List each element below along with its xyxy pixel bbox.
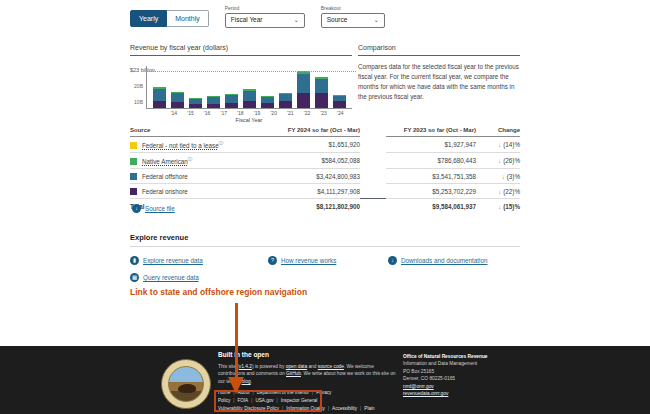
down-arrow-icon: ↓: [498, 141, 501, 148]
bar-segment: [171, 93, 184, 102]
office-address1: PO Box 25165: [403, 368, 533, 375]
change-value: (22)%: [503, 188, 520, 195]
chart-xlabels: '14'15'16'17'18'19'20'21'22'23'24: [162, 109, 352, 116]
github-link[interactable]: GitHub: [286, 371, 301, 376]
how-revenue-works-link[interactable]: How revenue works: [281, 257, 336, 264]
bar-segment: [315, 79, 328, 93]
bar-segment: [315, 93, 328, 108]
chart-icon: ▮: [130, 256, 139, 265]
open-data-link[interactable]: open data: [286, 364, 307, 369]
fy2023-value: $1,927,947: [386, 137, 476, 153]
info-icon[interactable]: ⓘ: [188, 157, 193, 162]
max-gridline: [147, 71, 356, 72]
fy2024-value: $4,111,297,908: [268, 184, 360, 199]
chevron-down-icon: ⌄: [294, 17, 299, 23]
col-source: Source: [130, 124, 268, 137]
monthly-toggle-button[interactable]: Monthly: [167, 10, 209, 27]
x-tick-label: '18: [235, 110, 247, 116]
office-dept: Information and Data Management: [403, 360, 533, 367]
bar-fy19[interactable]: [243, 89, 256, 108]
bar-segment: [153, 101, 166, 108]
footer-link[interactable]: Accessibility: [332, 406, 357, 411]
x-tick-label: '17: [218, 110, 230, 116]
table-row: Federal - not tied to a leaseⓘ $1,651,92…: [130, 137, 520, 153]
site-url-link[interactable]: revenuedata.onrr.gov: [403, 390, 533, 397]
explore-link-item: ? How revenue works: [268, 256, 388, 265]
bar-fy16[interactable]: [189, 98, 202, 108]
comparison-body: Compares data for the selected fiscal ye…: [358, 62, 520, 102]
x-tick-label: '20: [268, 110, 280, 116]
period-label: Period: [225, 5, 305, 11]
bar-fy21[interactable]: [279, 93, 292, 108]
fy2024-value: $584,052,088: [268, 153, 360, 169]
legend-swatch: [130, 188, 137, 195]
source-label: Federal offshore: [142, 173, 188, 180]
table-header-row: Source FY 2024 so far (Oct - Mar) FY 202…: [130, 124, 520, 137]
bar-fy23[interactable]: [315, 77, 328, 108]
stacked-bar-chart: $23 billion 20B 10B '14'15'16'17'18'19'2…: [130, 66, 352, 123]
bar-segment: [189, 104, 202, 108]
total-fy2023: $9,584,061,937: [386, 199, 476, 214]
contact-email-link[interactable]: nrrd@onrr.gov: [403, 383, 533, 390]
downloads-documentation-link[interactable]: Downloads and documentation: [401, 257, 487, 264]
x-tick-label: '21: [284, 110, 296, 116]
y-tick-label: 10B: [130, 99, 143, 105]
bar-segment: [243, 91, 256, 101]
revenue-chart-section: Revenue by fiscal year (dollars) $23 bil…: [130, 44, 352, 123]
table-total-row: Total $8,121,802,900 $9,584,061,937 ↓ (1…: [130, 199, 520, 214]
y-tick-label: 20B: [130, 83, 143, 89]
source-file-row: ↓ Source file: [132, 204, 175, 213]
bar-fy15[interactable]: [171, 92, 184, 108]
fy2024-value: $3,424,800,983: [268, 169, 360, 184]
doi-seal-logo: [161, 359, 211, 409]
breakout-label: Breakout: [321, 5, 385, 11]
bar-fy14[interactable]: [153, 87, 166, 108]
source-code-link[interactable]: source code: [318, 364, 344, 369]
fy2023-value: $786,680,443: [386, 153, 476, 169]
explore-revenue-section: Explore revenue ▮ Explore revenue data ?…: [130, 233, 520, 282]
bar-segment: [297, 93, 310, 108]
bar-fy22[interactable]: [297, 71, 310, 108]
yearly-toggle-button[interactable]: Yearly: [130, 10, 167, 27]
fy2024-value: $1,651,920: [268, 137, 360, 153]
info-icon[interactable]: ⓘ: [219, 141, 224, 146]
period-toggle: Yearly Monthly: [130, 10, 209, 27]
separator: |: [328, 406, 329, 411]
down-arrow-icon: ↓: [498, 157, 501, 164]
breakout-select[interactable]: Source ⌄: [321, 13, 385, 28]
bar-segment: [171, 102, 184, 108]
period-select[interactable]: Fiscal Year ⌄: [225, 13, 305, 28]
change-value: (3)%: [507, 173, 520, 180]
source-link[interactable]: Native American: [142, 158, 188, 165]
total-fy2024: $8,121,802,900: [268, 199, 360, 214]
bar-fy24[interactable]: [333, 95, 346, 108]
change-value: (26)%: [503, 157, 520, 164]
query-revenue-data-link[interactable]: Query revenue data: [143, 274, 199, 281]
legend-swatch: [130, 158, 137, 165]
bar-segment: [225, 103, 238, 108]
bar-fy20[interactable]: [261, 96, 274, 108]
download-icon: ↓: [132, 204, 141, 213]
bar-fy17[interactable]: [207, 96, 220, 108]
source-link[interactable]: Federal - not tied to a lease: [142, 142, 219, 149]
period-select-group: Period Fiscal Year ⌄: [225, 5, 305, 28]
explore-link-item: ↓ Downloads and documentation: [388, 256, 520, 265]
change-value: (14)%: [503, 141, 520, 148]
bar-segment: [243, 101, 256, 108]
tutorial-annotation: Link to state and offshore region naviga…: [130, 287, 307, 297]
chevron-down-icon: ⌄: [374, 17, 379, 23]
bar-segment: [333, 101, 346, 108]
fy2023-value: $3,541,751,358: [386, 169, 476, 184]
bar-segment: [261, 103, 274, 108]
source-file-link[interactable]: Source file: [145, 205, 175, 212]
version-link[interactable]: v1.4.2: [239, 364, 252, 369]
breakout-select-group: Breakout Source ⌄: [321, 5, 385, 28]
explore-revenue-data-link[interactable]: Explore revenue data: [143, 257, 203, 264]
x-tick-label: '14: [168, 110, 180, 116]
period-value: Fiscal Year: [231, 17, 263, 24]
comparison-section: Comparison Compares data for the selecte…: [358, 44, 520, 102]
bar-fy18[interactable]: [225, 94, 238, 108]
explore-revenue-title: Explore revenue: [130, 233, 520, 247]
col-fy2023: FY 2023 so far (Oct - Mar): [386, 124, 476, 137]
bar-segment: [297, 74, 310, 93]
